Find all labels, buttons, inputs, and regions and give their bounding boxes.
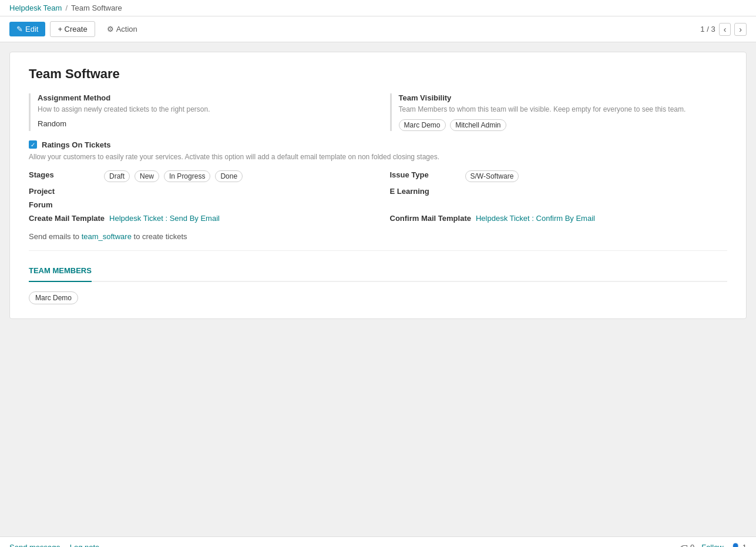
follower-badge: 👤 1 bbox=[731, 543, 747, 547]
project-row: Project bbox=[29, 187, 367, 196]
send-message-button[interactable]: Send message bbox=[9, 543, 61, 547]
assignment-method-value: Random bbox=[38, 119, 367, 128]
project-label: Project bbox=[29, 187, 99, 196]
confirm-mail-value: Helpdesk Ticket : Confirm By Email bbox=[476, 214, 595, 223]
team-members-list: Marc Demo bbox=[29, 291, 727, 304]
pager-display: 1 / 3 bbox=[700, 25, 715, 33]
assignment-method-label: Assignment Method bbox=[38, 93, 367, 102]
team-visibility-members: Marc Demo Mitchell Admin bbox=[399, 119, 728, 131]
forum-row: Forum bbox=[29, 200, 367, 209]
ratings-checkbox[interactable]: ✓ bbox=[29, 140, 37, 149]
ratings-label: Ratings On Tickets bbox=[42, 140, 111, 149]
stage-tag-done: Done bbox=[215, 170, 243, 182]
pager: 1 / 3 ‹ › bbox=[700, 23, 747, 36]
stages-row: Stages Draft New In Progress Done bbox=[29, 170, 367, 182]
bottom-bar-right: 🏷 0 Follow 👤 1 bbox=[680, 543, 747, 547]
member-tag-0: Marc Demo bbox=[29, 291, 78, 304]
elearning-row: E Learning bbox=[390, 187, 728, 196]
toolbar: ✎ Edit + Create ⚙ Action 1 / 3 ‹ › bbox=[0, 16, 756, 42]
stage-tag-new: New bbox=[135, 170, 159, 182]
breadcrumb-parent-link[interactable]: Helpdesk Team bbox=[9, 4, 62, 12]
tab-team-members[interactable]: TEAM MEMBERS bbox=[29, 260, 92, 282]
stage-tag-inprogress: In Progress bbox=[164, 170, 210, 182]
email-line: Send emails to team_software to create t… bbox=[29, 232, 727, 241]
team-visibility-desc: Team Members to whom this team will be v… bbox=[399, 105, 728, 115]
gear-icon: ⚙ bbox=[107, 25, 114, 33]
confirm-mail-row: Confirm Mail Template Helpdesk Ticket : … bbox=[390, 214, 728, 223]
confirm-mail-link[interactable]: Helpdesk Ticket : Confirm By Email bbox=[476, 214, 595, 223]
record-title: Team Software bbox=[29, 66, 727, 82]
info-row: Assignment Method How to assign newly cr… bbox=[29, 93, 727, 131]
main-content: Team Software Assignment Method How to a… bbox=[0, 42, 756, 536]
issue-type-tag: S/W-Software bbox=[465, 170, 519, 182]
create-mail-value: Helpdesk Ticket : Send By Email bbox=[109, 214, 220, 223]
create-button[interactable]: + Create bbox=[50, 21, 95, 37]
team-visibility-label: Team Visibility bbox=[399, 93, 728, 102]
edit-icon: ✎ bbox=[16, 25, 23, 33]
bottom-bar: Send message Log note 🏷 0 Follow 👤 1 bbox=[0, 536, 756, 547]
record-card: Team Software Assignment Method How to a… bbox=[9, 52, 747, 319]
breadcrumb-bar: Helpdesk Team / Team Software bbox=[0, 0, 756, 16]
issue-type-value: S/W-Software bbox=[465, 170, 522, 182]
create-mail-label: Create Mail Template bbox=[29, 214, 105, 223]
tag-icon: 🏷 bbox=[680, 543, 688, 547]
section-divider bbox=[29, 250, 727, 251]
ratings-row: ✓ Ratings On Tickets bbox=[29, 140, 727, 149]
tag-count: 🏷 0 bbox=[680, 543, 694, 547]
issue-type-row: Issue Type S/W-Software bbox=[390, 170, 728, 182]
forum-label: Forum bbox=[29, 200, 99, 209]
assignment-method-col: Assignment Method How to assign newly cr… bbox=[29, 93, 367, 131]
stages-label: Stages bbox=[29, 170, 99, 179]
email-link[interactable]: team_software bbox=[82, 232, 132, 241]
create-mail-link[interactable]: Helpdesk Ticket : Send By Email bbox=[109, 214, 220, 223]
elearning-label: E Learning bbox=[390, 187, 461, 196]
edit-button[interactable]: ✎ Edit bbox=[9, 22, 45, 36]
stage-tag-draft: Draft bbox=[104, 170, 130, 182]
action-button[interactable]: ⚙ Action bbox=[107, 25, 137, 33]
confirm-mail-label: Confirm Mail Template bbox=[390, 214, 471, 223]
follow-button[interactable]: Follow bbox=[701, 543, 724, 547]
visibility-member-tag-0: Marc Demo bbox=[399, 119, 446, 131]
assignment-method-desc: How to assign newly created tickets to t… bbox=[38, 105, 367, 115]
issue-type-label: Issue Type bbox=[390, 170, 461, 179]
log-note-button[interactable]: Log note bbox=[70, 543, 100, 547]
tab-header: TEAM MEMBERS bbox=[29, 260, 727, 282]
pager-prev-button[interactable]: ‹ bbox=[719, 23, 731, 36]
stages-value: Draft New In Progress Done bbox=[104, 170, 245, 182]
ratings-description: Allow your customers to easily rate your… bbox=[29, 153, 727, 161]
create-mail-row: Create Mail Template Helpdesk Ticket : S… bbox=[29, 214, 367, 223]
breadcrumb-separator: / bbox=[65, 4, 68, 12]
fields-grid: Stages Draft New In Progress Done Issue … bbox=[29, 170, 727, 223]
breadcrumb-current: Team Software bbox=[71, 4, 122, 12]
follower-icon: 👤 bbox=[731, 543, 740, 547]
team-visibility-col: Team Visibility Team Members to whom thi… bbox=[390, 93, 728, 131]
visibility-member-tag-1: Mitchell Admin bbox=[450, 119, 506, 131]
pager-next-button[interactable]: › bbox=[734, 23, 747, 36]
